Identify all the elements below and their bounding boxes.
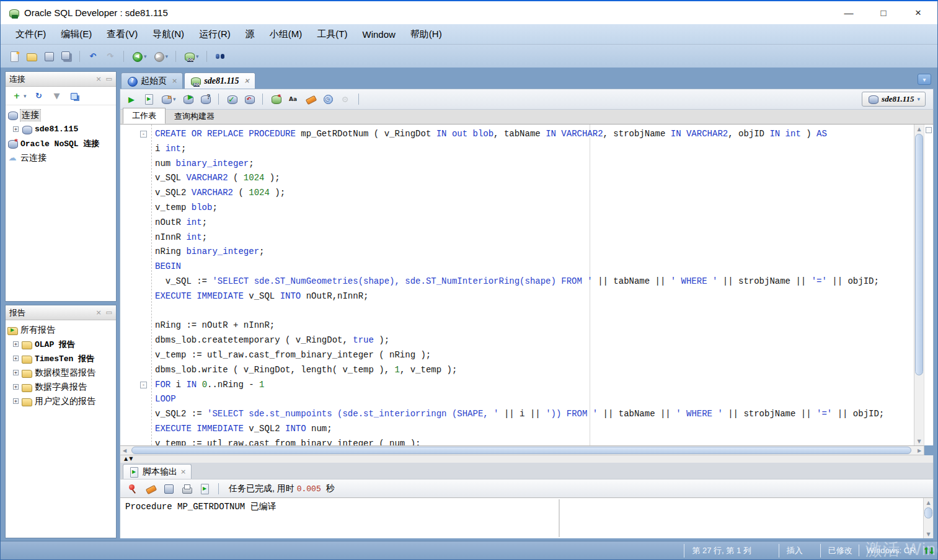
undo-button[interactable]: ↶	[86, 49, 100, 64]
worksheet-tab-2[interactable]: 查询构建器	[166, 109, 223, 124]
expand-toggle-icon[interactable]: +	[13, 384, 19, 390]
expand-toggle-icon[interactable]: +	[13, 370, 19, 375]
output-vscrollbar[interactable]: ▲ ▼	[923, 498, 933, 538]
tree-item[interactable]: ▶所有报告	[7, 323, 115, 337]
code-line[interactable]: LOOP	[120, 392, 914, 407]
search-button[interactable]	[213, 49, 228, 64]
tab-close-icon[interactable]: ×	[244, 77, 250, 85]
save-button[interactable]	[42, 49, 56, 64]
code-line[interactable]: v_temp blob;	[120, 201, 914, 216]
splitter[interactable]: ▲ ▼	[120, 455, 934, 463]
filter-button[interactable]: ▼	[50, 89, 64, 103]
close-button[interactable]: ×	[911, 7, 925, 18]
forward-button[interactable]: ▶▾	[151, 49, 170, 64]
scroll-down-icon[interactable]: ▼	[914, 437, 924, 445]
menu-item-9[interactable]: Window	[356, 27, 401, 42]
code-line[interactable]: v_SQL := 'SELECT sde.ST_NumGeometries(sh…	[120, 274, 914, 289]
forward-button-dropdown-icon[interactable]: ▾	[166, 53, 169, 59]
hscroll-thumb[interactable]	[131, 447, 911, 454]
unshared-worksheet-button[interactable]: *	[268, 92, 283, 107]
pin-button[interactable]	[125, 481, 140, 496]
menu-item-8[interactable]: 工具(T)	[311, 27, 353, 42]
panel-collapse-icon[interactable]: ▭	[106, 308, 112, 317]
new-file-button[interactable]: *	[7, 49, 22, 64]
code-line[interactable]	[120, 304, 914, 319]
print-output-button[interactable]	[179, 481, 194, 496]
menu-item-6[interactable]: 源	[239, 27, 261, 42]
explain-plan-button-dropdown-icon[interactable]: ▾	[173, 96, 176, 102]
code-line[interactable]: dbms_lob.createtemporary ( v_RingDot, tr…	[120, 333, 914, 348]
clear-output-button[interactable]	[143, 481, 158, 496]
script-output-tab[interactable]: ▶ 脚本输出 ×	[123, 464, 192, 479]
back-button-dropdown-icon[interactable]: ▾	[144, 53, 147, 59]
run-statement-button[interactable]: ▶	[124, 92, 139, 107]
splitter-up-icon[interactable]: ▲	[124, 457, 128, 462]
tree-item[interactable]: ☁云连接	[7, 151, 115, 165]
refresh-button[interactable]: ↻	[32, 89, 46, 103]
autotrace-button[interactable]: ▶	[180, 92, 195, 107]
tab-close-icon[interactable]: ×	[180, 468, 186, 476]
tree-item[interactable]: 连接	[7, 108, 115, 122]
unavailable-tool-button[interactable]: ⚙	[338, 92, 353, 107]
tree-item[interactable]: +数据模型器报告	[7, 365, 115, 380]
expand-toggle-icon[interactable]: +	[13, 341, 19, 347]
redo-button[interactable]: ↷	[103, 49, 118, 64]
panel-close-icon[interactable]: ×	[95, 308, 101, 317]
code-line[interactable]: nRing binary_integer;	[120, 245, 914, 260]
editor-vscrollbar[interactable]: ▲ ▼	[914, 125, 924, 445]
commit-button[interactable]: ✓	[224, 92, 239, 107]
scroll-down-icon[interactable]: ▼	[924, 530, 933, 538]
output-vscroll-thumb[interactable]	[924, 507, 932, 518]
code-line[interactable]: -FOR i IN 0..nRing - 1	[120, 378, 914, 393]
panel-close-icon[interactable]: ×	[95, 75, 101, 83]
scroll-up-icon[interactable]: ▲	[914, 125, 924, 133]
menu-item-3[interactable]: 查看(V)	[100, 27, 144, 42]
code-line[interactable]: i int;	[120, 142, 914, 157]
doc-tab-2[interactable]: SQLsde81.115×	[184, 72, 255, 89]
add-connection-button-dropdown-icon[interactable]: ▾	[24, 93, 27, 99]
editor-hscrollbar[interactable]: ◀ ▶	[120, 445, 924, 455]
overview-marker[interactable]	[926, 127, 932, 133]
clear-button[interactable]	[303, 92, 318, 107]
code-line[interactable]: EXECUTE IMMEDIATE v_SQL2 INTO num;	[120, 422, 914, 437]
code-line[interactable]: v_SQL2 VARCHAR2 ( 1024 );	[120, 186, 914, 201]
code-line[interactable]: nRing := nOutR + nInnR;	[120, 318, 914, 333]
sql-editor[interactable]: -CREATE OR REPLACE PROCEDURE mp_GetRDotN…	[120, 125, 914, 445]
splitter-down-icon[interactable]: ▼	[129, 457, 133, 462]
add-connection-button[interactable]: +▾	[9, 89, 29, 103]
code-line[interactable]: v_SQL VARCHAR2 ( 1024 );	[120, 171, 914, 186]
tree-item[interactable]: +sde81.115	[7, 122, 115, 136]
doc-tab-1[interactable]: ?起始页×	[121, 72, 183, 89]
tree-item[interactable]: +用户定义的报告	[7, 394, 115, 408]
vscroll-thumb[interactable]	[915, 134, 923, 375]
fold-toggle-icon[interactable]: -	[140, 382, 147, 388]
sql-history-button[interactable]: ◷	[321, 92, 335, 107]
code-line[interactable]: v_temp := utl_raw.cast_from_binary_integ…	[120, 437, 914, 445]
rollback-button[interactable]: ↶	[242, 92, 257, 107]
back-button[interactable]: ◀▾	[130, 49, 149, 64]
expand-toggle-icon[interactable]: +	[13, 126, 19, 132]
open-sql-worksheet-button[interactable]: SQL▾	[182, 49, 201, 64]
code-line[interactable]: EXECUTE IMMEDIATE v_SQL INTO nOutR,nInnR…	[120, 289, 914, 304]
run-script-output-button[interactable]: ▶	[197, 481, 212, 496]
code-line[interactable]: BEGIN	[120, 260, 914, 274]
tab-list-dropdown-icon[interactable]: ▾	[918, 74, 931, 85]
tree-item[interactable]: +OLAP 报告	[7, 337, 115, 351]
explain-plan-button[interactable]: ¤▾	[159, 92, 178, 107]
clone-connection-button[interactable]	[68, 89, 82, 103]
code-line[interactable]: v_SQL2 := 'SELECT sde.st_numpoints (sde.…	[120, 407, 914, 422]
code-line[interactable]: dbms_lob.write ( v_RingDot, length( v_te…	[120, 363, 914, 378]
open-file-button[interactable]	[24, 49, 39, 64]
code-line[interactable]: nOutR int;	[120, 216, 914, 230]
tab-close-icon[interactable]: ×	[172, 77, 177, 85]
run-script-button[interactable]: ▶	[141, 92, 156, 107]
menu-item-1[interactable]: 文件(F)	[9, 27, 52, 42]
save-output-button[interactable]	[161, 481, 176, 496]
menu-item-2[interactable]: 编辑(E)	[55, 27, 98, 42]
expand-toggle-icon[interactable]: +	[13, 398, 19, 404]
output-column-divider[interactable]	[559, 499, 560, 537]
worksheet-tab-1[interactable]: 工作表	[123, 108, 166, 124]
sql-tuning-button[interactable]: ?	[198, 92, 213, 107]
scroll-right-icon[interactable]: ▶	[915, 446, 924, 455]
menu-item-4[interactable]: 导航(N)	[146, 27, 190, 42]
